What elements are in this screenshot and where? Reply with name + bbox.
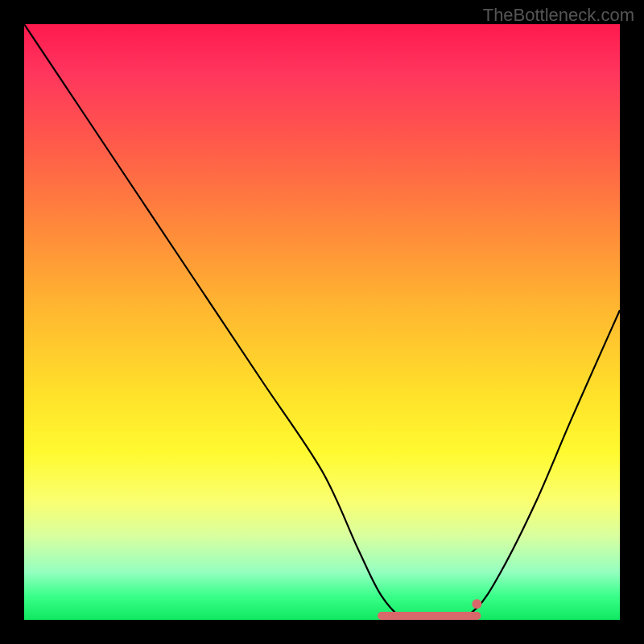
bottleneck-curve bbox=[24, 24, 620, 620]
chart-svg bbox=[24, 24, 620, 620]
watermark-text: TheBottleneck.com bbox=[483, 5, 634, 26]
chart-plot-area bbox=[24, 24, 620, 620]
optimal-point-marker bbox=[472, 599, 481, 609]
